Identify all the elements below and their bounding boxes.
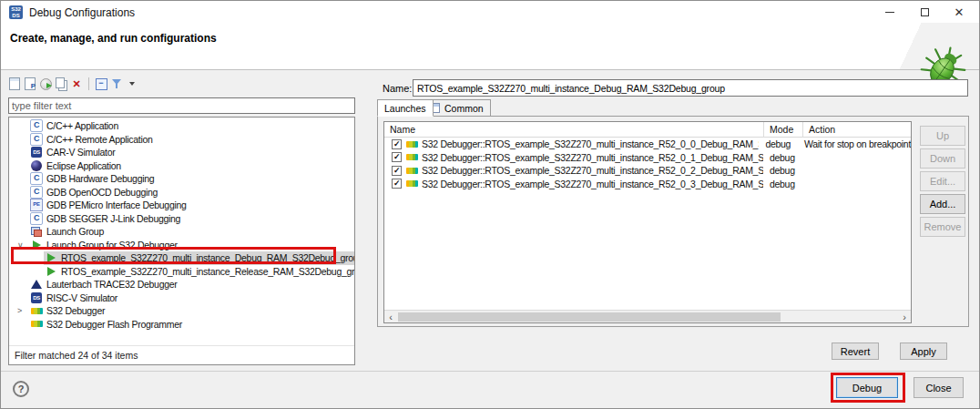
toolbar-icon[interactable] xyxy=(86,77,92,90)
tree-item[interactable]: C/C++ Application xyxy=(9,119,354,133)
scroll-left-arrow-icon[interactable]: ‹ xyxy=(384,311,397,322)
tree-item[interactable]: GDB OpenOCD Debugging xyxy=(9,186,354,199)
scrollbar-thumb[interactable] xyxy=(398,312,781,322)
launch-mode: debug xyxy=(763,179,802,189)
tree-item-icon xyxy=(30,278,43,291)
titlebar: S32DS Debug Configurations ✕ xyxy=(1,1,979,23)
tree-item-label: RISC-V Simulator xyxy=(46,292,117,303)
tree-item-content[interactable]: RTOS_example_S32Z270_multi_instance_Rele… xyxy=(44,265,355,279)
launch-name: S32 Debugger::RTOS_example_S32Z270_multi… xyxy=(422,138,759,149)
tree-item[interactable]: GDB SEGGER J-Link Debugging xyxy=(9,212,354,226)
side-button[interactable]: Remove xyxy=(920,217,965,237)
tree-item-content[interactable]: CAR-V Simulator xyxy=(29,146,117,159)
name-input[interactable] xyxy=(413,79,968,97)
window-title: Debug Configurations xyxy=(29,6,135,19)
tree-item-content[interactable]: C/C++ Remote Application xyxy=(29,133,156,147)
tree-item[interactable]: ∨ Launch Group for S32 Debugger xyxy=(9,239,354,252)
launch-action: Wait for stop on breakpoint xyxy=(798,138,911,149)
tree-item-content[interactable]: S32 Debugger xyxy=(29,304,107,318)
tree-item-icon xyxy=(30,304,43,317)
tree-item-content[interactable]: Launch Group for S32 Debugger xyxy=(29,239,180,252)
table-row[interactable]: S32 Debugger::RTOS_example_S32Z270_multi… xyxy=(384,151,911,165)
tree-item-label: S32 Debugger xyxy=(46,305,105,316)
side-button[interactable]: Edit... xyxy=(920,171,965,191)
tab-launches[interactable]: Launches xyxy=(377,99,434,117)
table-row[interactable]: S32 Debugger::RTOS_example_S32Z270_multi… xyxy=(384,178,911,191)
tree-item-icon xyxy=(30,199,43,211)
side-button[interactable]: Add... xyxy=(920,194,965,214)
help-button[interactable]: ? xyxy=(13,381,29,397)
toolbar-icon[interactable] xyxy=(39,77,52,90)
tree-item-content[interactable]: GDB SEGGER J-Link Debugging xyxy=(29,212,183,226)
tree-item-label: RTOS_example_S32Z270_multi_instance_Rele… xyxy=(61,266,355,277)
table-row[interactable]: S32 Debugger::RTOS_example_S32Z270_multi… xyxy=(384,164,911,178)
tree-item[interactable]: Lauterbach TRACE32 Debugger xyxy=(9,278,354,291)
tree-item-content[interactable]: GDB Hardware Debugging xyxy=(29,172,157,186)
tree-item[interactable]: CAR-V Simulator xyxy=(9,146,354,159)
launch-mode: debug xyxy=(759,138,798,149)
toolbar-icon[interactable] xyxy=(55,77,67,90)
debug-button[interactable]: Debug xyxy=(836,377,898,398)
tree-item[interactable]: RTOS_example_S32Z270_multi_instance_Rele… xyxy=(9,265,354,279)
maximize-button[interactable] xyxy=(910,1,939,23)
tree-item[interactable]: RISC-V Simulator xyxy=(9,291,354,305)
tree-item[interactable]: GDB Hardware Debugging xyxy=(9,172,354,186)
tree-item-content[interactable]: RTOS_example_S32Z270_multi_instance_Debu… xyxy=(44,251,355,265)
toolbar-icon[interactable] xyxy=(126,77,138,90)
configurations-tree: C/C++ Application C/C++ Remote Applicati… xyxy=(9,119,354,331)
toolbar-icon[interactable] xyxy=(70,77,83,90)
scroll-right-arrow-icon[interactable]: › xyxy=(898,311,911,322)
column-header-mode[interactable]: Mode xyxy=(763,122,802,138)
toolbar-icon[interactable] xyxy=(110,77,123,90)
side-button[interactable]: Up xyxy=(920,126,965,146)
launch-checkbox[interactable] xyxy=(392,152,402,162)
tree-expander-icon[interactable]: ∨ xyxy=(17,240,29,250)
tree-item-label: C/C++ Remote Application xyxy=(46,134,153,145)
tree-item-content[interactable]: C/C++ Application xyxy=(29,119,121,133)
tree-item-icon xyxy=(30,225,43,238)
launch-mode: debug xyxy=(763,152,802,163)
tree-item-content[interactable]: GDB OpenOCD Debugging xyxy=(29,186,160,199)
tree-item-content[interactable]: Launch Group xyxy=(29,225,107,239)
toolbar-icon[interactable] xyxy=(95,77,107,90)
footer-separator xyxy=(1,371,979,372)
launches-table: Name Mode Action S32 Debugger::RTOS_exam… xyxy=(383,121,912,323)
tree-item-icon xyxy=(30,212,43,225)
close-button[interactable]: Close xyxy=(914,377,964,398)
close-window-button[interactable]: ✕ xyxy=(944,1,974,23)
table-row[interactable]: S32 Debugger::RTOS_example_S32Z270_multi… xyxy=(384,138,911,151)
tree-item-icon xyxy=(30,133,43,146)
tree-item-icon xyxy=(45,265,57,278)
tree-item-content[interactable]: Lauterbach TRACE32 Debugger xyxy=(29,278,179,291)
column-header-name[interactable]: Name xyxy=(384,122,763,138)
side-button[interactable]: Down xyxy=(920,148,965,169)
tree-item[interactable]: GDB PEMicro Interface Debugging xyxy=(9,199,354,212)
tree-expander-icon[interactable]: > xyxy=(17,306,29,315)
launch-name-cell: S32 Debugger::RTOS_example_S32Z270_multi… xyxy=(384,164,763,177)
launch-order-buttons: Up Down Edit... Add... Remove xyxy=(920,126,965,237)
filter-input[interactable] xyxy=(8,97,355,114)
tree-item-icon xyxy=(30,186,43,199)
tree-item-content[interactable]: S32 Debugger Flash Programmer xyxy=(29,318,185,332)
apply-button[interactable]: Apply xyxy=(900,343,947,360)
tree-item-label: GDB Hardware Debugging xyxy=(46,173,154,184)
launch-checkbox[interactable] xyxy=(392,139,402,149)
column-header-action[interactable]: Action xyxy=(802,122,911,138)
tree-item-content[interactable]: RISC-V Simulator xyxy=(29,291,120,305)
tree-item[interactable]: > S32 Debugger xyxy=(9,304,354,318)
revert-button[interactable]: Revert xyxy=(832,343,879,360)
tree-item-content[interactable]: GDB PEMicro Interface Debugging xyxy=(29,199,189,212)
tree-item-icon xyxy=(30,318,43,331)
tree-item[interactable]: C/C++ Remote Application xyxy=(9,133,354,147)
minimize-button[interactable] xyxy=(875,1,904,23)
tree-item[interactable]: S32 Debugger Flash Programmer xyxy=(9,318,354,332)
tree-item[interactable]: Launch Group xyxy=(9,225,354,239)
tree-item[interactable]: Eclipse Application xyxy=(9,159,354,173)
horizontal-scrollbar[interactable]: ‹ › xyxy=(384,310,911,322)
launch-checkbox[interactable] xyxy=(392,166,402,176)
toolbar-icon[interactable] xyxy=(24,77,36,90)
tree-item-content[interactable]: Eclipse Application xyxy=(29,159,124,173)
toolbar-icon[interactable] xyxy=(8,77,21,90)
launch-checkbox[interactable] xyxy=(392,179,402,189)
tree-item[interactable]: RTOS_example_S32Z270_multi_instance_Debu… xyxy=(9,251,354,265)
